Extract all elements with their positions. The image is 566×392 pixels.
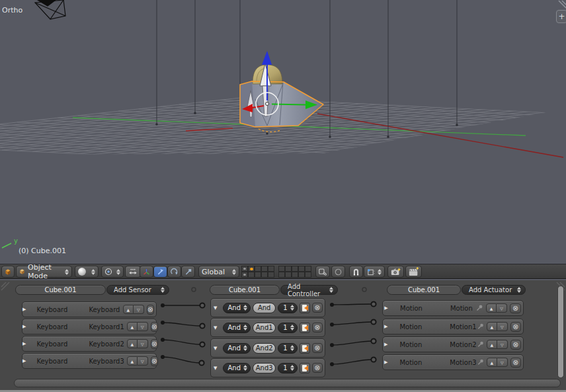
actuator-row[interactable]: ▶ Motion Motion3 ▲▽ ⊗ bbox=[382, 354, 524, 370]
proportional-editing-button[interactable] bbox=[331, 266, 345, 278]
pin-icon[interactable] bbox=[477, 340, 484, 348]
layer-14[interactable] bbox=[261, 272, 268, 278]
move-up-button[interactable]: ▲ bbox=[127, 322, 138, 331]
lock-to-scene-button[interactable] bbox=[315, 266, 330, 278]
sensor-name[interactable]: Keyboard bbox=[89, 306, 120, 313]
layer-19[interactable] bbox=[298, 272, 305, 278]
delete-button[interactable]: ⊗ bbox=[312, 363, 323, 373]
move-down-button[interactable]: ▽ bbox=[497, 322, 508, 331]
viewport-shading-select[interactable] bbox=[75, 266, 99, 278]
actuators-object-name[interactable]: Cube.001 bbox=[387, 285, 461, 295]
manipulator-toggle-button[interactable] bbox=[125, 266, 141, 278]
move-down-button[interactable]: ▽ bbox=[138, 356, 148, 366]
logic-corner-widget-left[interactable] bbox=[1, 282, 9, 290]
move-down-button[interactable]: ▽ bbox=[138, 322, 148, 331]
delete-button[interactable]: ⊗ bbox=[312, 343, 323, 353]
actuator-row[interactable]: ▶ Motion Motion ▲▽ ⊗ bbox=[382, 300, 524, 316]
actuator-name[interactable]: Motion1 bbox=[450, 323, 476, 331]
delete-button[interactable]: ⊗ bbox=[312, 303, 323, 313]
actuator-name[interactable]: Motion3 bbox=[450, 359, 476, 366]
move-up-button[interactable]: ▲ bbox=[123, 305, 134, 314]
layer-12[interactable] bbox=[248, 272, 255, 278]
move-up-button[interactable]: ▲ bbox=[486, 303, 497, 313]
expand-triangle-icon[interactable]: ▼ bbox=[212, 346, 219, 351]
actuator-name[interactable]: Motion2 bbox=[450, 341, 476, 348]
state-flag-button[interactable] bbox=[300, 343, 309, 354]
layer-18[interactable] bbox=[292, 272, 298, 278]
controller-row[interactable]: ▼ And And 1 ⊗ bbox=[210, 298, 325, 317]
add-actuator-dropdown[interactable]: Add Actuator bbox=[462, 285, 526, 295]
expand-triangle-icon[interactable]: ▶ bbox=[22, 341, 26, 346]
controller-state-field[interactable]: 1 bbox=[278, 323, 298, 333]
expand-triangle-icon[interactable]: ▶ bbox=[383, 305, 389, 311]
controller-row[interactable]: ▼ And And1 1 ⊗ bbox=[210, 318, 325, 337]
layer-5[interactable] bbox=[268, 266, 274, 272]
move-up-button[interactable]: ▲ bbox=[127, 356, 138, 366]
manipulator-translate-button[interactable] bbox=[153, 266, 167, 278]
controller-row[interactable]: ▼ And And3 1 ⊗ bbox=[210, 358, 325, 377]
controller-name[interactable]: And bbox=[253, 303, 276, 313]
layer-3[interactable] bbox=[255, 266, 261, 272]
pivot-point-select[interactable] bbox=[101, 266, 124, 278]
delete-button[interactable]: ⊗ bbox=[151, 356, 158, 366]
manipulator-rotate-button[interactable] bbox=[167, 266, 181, 278]
opengl-render-anim-button[interactable] bbox=[405, 266, 422, 278]
delete-button[interactable]: ⊗ bbox=[510, 340, 521, 350]
delete-button[interactable]: ⊗ bbox=[312, 323, 323, 333]
snap-element-select[interactable] bbox=[364, 266, 385, 278]
manipulator-scale-button[interactable] bbox=[181, 266, 195, 278]
expand-triangle-icon[interactable]: ▶ bbox=[383, 342, 389, 347]
delete-button[interactable]: ⊗ bbox=[151, 322, 158, 332]
move-up-button[interactable]: ▲ bbox=[127, 339, 138, 348]
sensor-row[interactable]: ▶ Keyboard Keyboard2 ▲▽ ⊗ bbox=[22, 336, 157, 352]
delete-button[interactable]: ⊗ bbox=[151, 339, 158, 349]
actuator-row[interactable]: ▶ Motion Motion2 ▲▽ ⊗ bbox=[382, 336, 524, 352]
layer-9[interactable] bbox=[298, 266, 305, 272]
controller-name[interactable]: And2 bbox=[253, 343, 276, 354]
sensor-name[interactable]: Keyboard1 bbox=[89, 323, 124, 331]
move-up-button[interactable]: ▲ bbox=[487, 322, 497, 331]
actuator-name[interactable]: Motion bbox=[450, 305, 473, 312]
sensor-row[interactable]: ▶ Keyboard Keyboard ▲▽ ⊗ bbox=[22, 301, 157, 317]
layer-17[interactable] bbox=[285, 272, 292, 278]
layer-20[interactable] bbox=[305, 272, 311, 278]
layer-1[interactable] bbox=[241, 266, 248, 272]
mode-select[interactable]: Object Mode bbox=[16, 266, 72, 278]
expand-triangle-icon[interactable]: ▶ bbox=[22, 324, 26, 329]
controllers-object-name[interactable]: Cube.001 bbox=[210, 285, 280, 295]
delete-button[interactable]: ⊗ bbox=[510, 322, 521, 332]
controller-type-dropdown[interactable]: And bbox=[223, 343, 251, 354]
controller-name[interactable]: And1 bbox=[253, 323, 276, 333]
camera-wireframe[interactable] bbox=[35, 0, 65, 19]
pin-icon[interactable] bbox=[477, 323, 484, 331]
sensor-name[interactable]: Keyboard3 bbox=[89, 358, 124, 365]
layer-11[interactable] bbox=[241, 272, 248, 278]
area-corner-widget[interactable] bbox=[559, 1, 566, 8]
selected-mesh-object[interactable] bbox=[240, 65, 323, 132]
expand-triangle-icon[interactable]: ▶ bbox=[22, 307, 26, 312]
layer-6[interactable] bbox=[278, 266, 285, 272]
expand-triangle-icon[interactable]: ▼ bbox=[212, 325, 219, 331]
transform-orientation-select[interactable]: Global bbox=[198, 266, 239, 278]
layer-10[interactable] bbox=[305, 266, 311, 272]
controller-row[interactable]: ▼ And And2 1 ⊗ bbox=[210, 338, 325, 358]
controller-name[interactable]: And3 bbox=[253, 363, 276, 373]
vertical-scrollbar[interactable] bbox=[557, 286, 564, 378]
expand-triangle-icon[interactable]: ▼ bbox=[212, 305, 219, 311]
horizontal-scrollbar[interactable] bbox=[14, 379, 561, 387]
state-flag-button[interactable] bbox=[300, 323, 309, 333]
manipulator-axis-button[interactable] bbox=[140, 266, 153, 278]
delete-button[interactable]: ⊗ bbox=[510, 303, 521, 313]
expand-triangle-icon[interactable]: ▼ bbox=[212, 366, 219, 371]
layer-13[interactable] bbox=[255, 272, 261, 278]
pin-icon[interactable] bbox=[475, 304, 483, 312]
gizmo-y-arrow[interactable] bbox=[272, 104, 305, 105]
layer-2[interactable] bbox=[248, 266, 255, 272]
state-flag-button[interactable] bbox=[300, 363, 309, 373]
delete-button[interactable]: ⊗ bbox=[510, 358, 521, 368]
add-sensor-dropdown[interactable]: Add Sensor bbox=[106, 285, 169, 295]
layer-15[interactable] bbox=[268, 272, 274, 278]
move-up-button[interactable]: ▲ bbox=[487, 358, 497, 367]
controller-type-dropdown[interactable]: And bbox=[223, 303, 251, 313]
sensor-row[interactable]: ▶ Keyboard Keyboard1 ▲▽ ⊗ bbox=[22, 319, 157, 334]
